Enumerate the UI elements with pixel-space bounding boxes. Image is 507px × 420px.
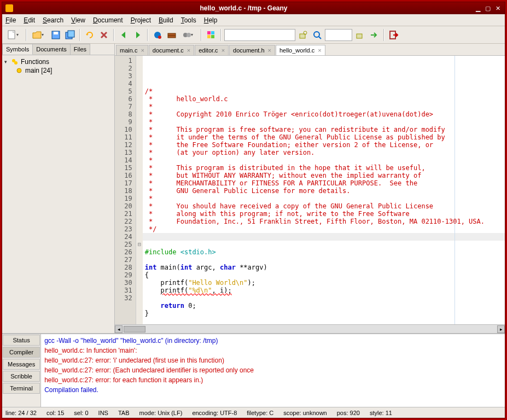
menu-document[interactable]: Document [93, 16, 123, 24]
sidebar-tab-documents[interactable]: Documents [32, 44, 71, 55]
quit-button[interactable] [387, 28, 400, 42]
close-file-button[interactable] [97, 28, 110, 42]
file-tabs: main.c×document.c×editor.c×document.h×he… [115, 44, 505, 56]
code-content[interactable]: /* * hello_world.c * * Copyright 2010 En… [143, 56, 505, 324]
run-button[interactable]: ▾ [179, 28, 198, 42]
file-tab-label: document.h [233, 47, 264, 54]
horizontal-scrollbar[interactable]: ◂ ▸ [115, 324, 505, 333]
close-tab-icon[interactable]: × [222, 47, 225, 54]
nav-back-button[interactable] [117, 28, 130, 42]
scroll-left-icon[interactable]: ◂ [115, 325, 123, 333]
maximize-button[interactable]: ▢ [484, 4, 492, 12]
goto-broom-button[interactable] [353, 28, 366, 42]
close-tab-icon[interactable]: × [318, 47, 321, 54]
svg-rect-15 [300, 34, 305, 38]
find-in-files-button[interactable] [311, 28, 324, 42]
menu-view[interactable]: View [71, 16, 85, 24]
svg-rect-13 [207, 35, 211, 38]
build-button[interactable] [165, 28, 178, 42]
close-tab-icon[interactable]: × [268, 47, 271, 54]
fold-column[interactable]: ⊟ [136, 56, 143, 324]
menu-build[interactable]: Build [159, 16, 173, 24]
close-window-button[interactable]: ✕ [494, 4, 502, 12]
collapse-icon[interactable]: ▾ [4, 59, 10, 65]
file-tab-document-h[interactable]: document.h× [229, 45, 275, 55]
status-scope: scope: unknown [283, 410, 327, 416]
function-icon [15, 67, 23, 74]
status-line: line: 24 / 32 [5, 410, 37, 416]
separator [201, 29, 202, 41]
panel-tab-scribble[interactable]: Scribble [3, 371, 40, 382]
svg-rect-19 [357, 34, 362, 38]
compiler-message[interactable]: hello_world.c: In function 'main': [44, 346, 502, 355]
dropdown-icon: ▾ [42, 32, 46, 37]
svg-rect-12 [211, 31, 214, 34]
main-area: Symbols Documents Files ▾ Functions main… [2, 44, 505, 333]
save-button[interactable] [49, 28, 62, 42]
statusbar: line: 24 / 32 col: 15 sel: 0 INS TAB mod… [2, 407, 505, 418]
new-file-button[interactable]: ▾ [4, 28, 23, 42]
goto-line-button[interactable] [368, 28, 381, 42]
sidebar-tab-symbols[interactable]: Symbols [2, 44, 33, 55]
svg-line-18 [319, 37, 321, 39]
app-window: hello_world.c - /tmp - Geany ▁ ▢ ✕ File … [2, 2, 505, 418]
nav-forward-button[interactable] [131, 28, 144, 42]
compiler-output[interactable]: gcc -Wall -o "hello_world" "hello_world.… [41, 334, 505, 407]
tree-row-functions[interactable]: ▾ Functions [4, 57, 112, 66]
compile-button[interactable] [151, 28, 164, 42]
titlebar: hello_world.c - /tmp - Geany ▁ ▢ ✕ [2, 2, 505, 14]
scroll-thumb[interactable] [124, 326, 145, 332]
status-sel: sel: 0 [74, 410, 88, 416]
menubar: File Edit Search View Document Project B… [2, 14, 505, 26]
compiler-message[interactable]: hello_world.c:27: error: 'i' undeclared … [44, 355, 502, 365]
panel-tab-terminal[interactable]: Terminal [3, 383, 40, 394]
menu-tools[interactable]: Tools [181, 16, 196, 24]
dropdown-icon: ▾ [191, 32, 195, 37]
panel-tab-messages[interactable]: Messages [3, 359, 40, 370]
status-col: col: 15 [46, 410, 64, 416]
panel-tab-compiler[interactable]: Compiler [3, 347, 40, 358]
separator [147, 29, 148, 41]
menu-project[interactable]: Project [131, 16, 151, 24]
close-tab-icon[interactable]: × [141, 47, 144, 54]
sidebar: Symbols Documents Files ▾ Functions main… [2, 44, 115, 333]
tree-label: Functions [21, 58, 49, 66]
search-input[interactable] [224, 29, 295, 41]
editor-viewport[interactable]: 1 2 3 4 5 6 7 8 9 10 11 12 13 14 15 16 1… [115, 56, 505, 324]
separator [383, 29, 384, 41]
menu-help[interactable]: Help [204, 16, 218, 24]
sidebar-tab-files[interactable]: Files [70, 44, 90, 55]
tree-row-main[interactable]: main [24] [4, 66, 112, 75]
revert-button[interactable] [83, 28, 96, 42]
close-tab-icon[interactable]: × [187, 47, 190, 54]
status-pos: pos: 920 [337, 410, 360, 416]
separator [113, 29, 114, 41]
search-button[interactable] [296, 28, 310, 42]
message-panel-tabs: StatusCompilerMessagesScribbleTerminal [2, 334, 41, 407]
file-tab-document-c[interactable]: document.c× [149, 45, 194, 55]
open-file-button[interactable]: ▾ [30, 28, 48, 42]
color-picker-button[interactable] [205, 28, 218, 42]
svg-rect-4 [68, 31, 74, 37]
svg-rect-2 [54, 32, 58, 34]
file-tab-editor-c[interactable]: editor.c× [195, 45, 229, 55]
compiler-message[interactable]: hello_world.c:27: error: (Each undeclare… [44, 365, 502, 375]
menu-search[interactable]: Search [43, 16, 63, 24]
file-tab-hello_world-c[interactable]: hello_world.c× [276, 45, 325, 55]
goto-line-input[interactable] [325, 29, 352, 41]
file-tab-label: hello_world.c [279, 47, 314, 54]
file-tab-main-c[interactable]: main.c× [116, 45, 148, 55]
minimize-button[interactable]: ▁ [474, 4, 482, 12]
menu-file[interactable]: File [5, 16, 16, 24]
scroll-right-icon[interactable]: ▸ [497, 325, 505, 333]
compiler-message[interactable]: Compilation failed. [44, 385, 502, 395]
app-icon [5, 4, 13, 12]
separator [79, 29, 80, 41]
save-all-button[interactable] [63, 28, 77, 42]
panel-tab-status[interactable]: Status [3, 335, 40, 346]
compiler-message[interactable]: hello_world.c:27: error: for each functi… [44, 375, 502, 385]
toolbar: ▾ ▾ ▾ [2, 26, 505, 44]
symbol-tree: ▾ Functions main [24] [2, 55, 114, 333]
menu-edit[interactable]: Edit [24, 16, 35, 24]
compiler-message[interactable]: gcc -Wall -o "hello_world" "hello_world.… [44, 336, 502, 346]
